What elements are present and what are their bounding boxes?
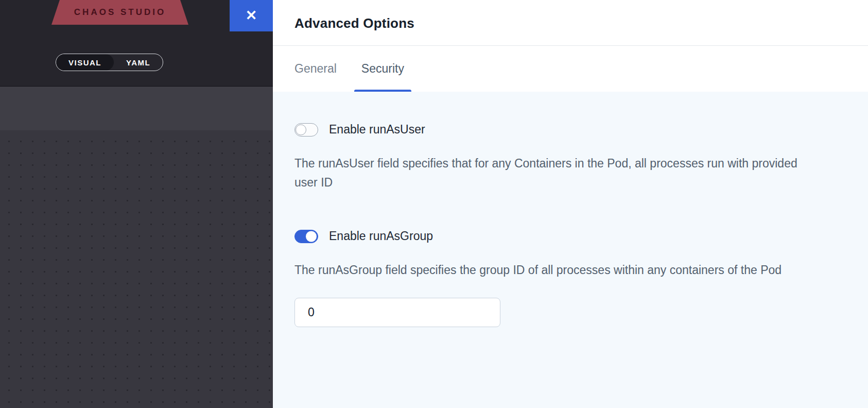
close-icon: ✕ [246,9,257,23]
drawer-tabs: General Security [273,46,868,92]
chaos-studio-brand-badge: CHAOS STUDIO [51,0,188,25]
run-as-user-description: The runAsUser field specifies that for a… [294,154,809,192]
run-as-user-label: Enable runAsUser [329,123,425,137]
security-tab-content: Enable runAsUser The runAsUser field spe… [273,92,868,408]
yaml-view-button[interactable]: YAML [114,54,163,71]
chaos-studio-panel: CHAOS STUDIO VISUAL YAML ✕ [0,0,273,408]
drawer-title: Advanced Options [294,15,846,31]
canvas-toolbar [0,87,273,130]
run-as-group-description: The runAsGroup field specifies the group… [294,261,809,280]
visual-yaml-toggle: VISUAL YAML [56,54,163,71]
run-as-user-row: Enable runAsUser [294,123,846,137]
run-as-group-row: Enable runAsGroup [294,229,846,243]
tab-security[interactable]: Security [361,46,404,92]
run-as-group-label: Enable runAsGroup [329,229,433,243]
toggle-knob [296,124,306,135]
experiment-canvas[interactable] [0,130,273,408]
screen: CHAOS STUDIO VISUAL YAML ✕ Advanced Opti… [0,0,868,408]
run-as-user-toggle[interactable] [294,123,318,137]
visual-view-button[interactable]: VISUAL [56,54,114,71]
advanced-options-drawer: Advanced Options General Security Enable… [273,0,868,408]
drawer-header: Advanced Options [273,0,868,46]
tab-general[interactable]: General [294,46,337,92]
close-drawer-button[interactable]: ✕ [230,0,273,31]
chaos-studio-brand-text: CHAOS STUDIO [74,7,166,18]
run-as-group-value-input[interactable] [294,298,500,327]
toggle-knob [306,231,317,242]
run-as-group-toggle[interactable] [294,230,318,243]
